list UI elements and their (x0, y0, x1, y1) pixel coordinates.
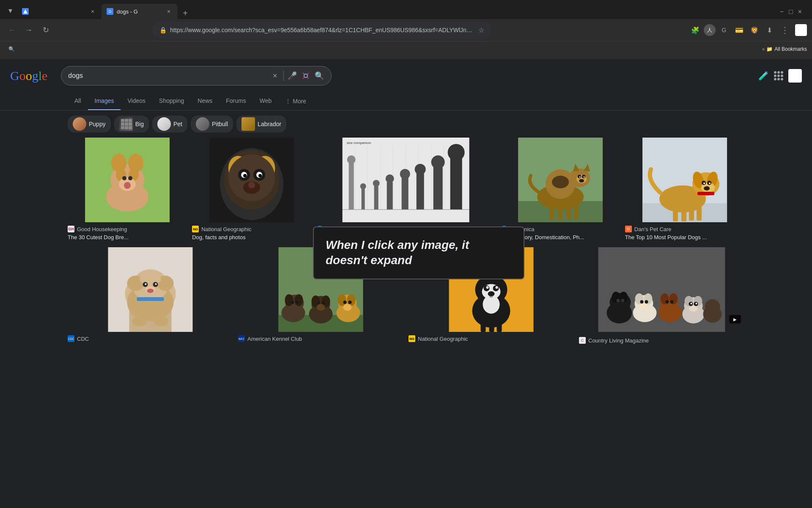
search-input[interactable] (68, 72, 266, 80)
source-name-8: National Geographic (418, 336, 468, 342)
voice-search-button[interactable]: 🎤 (287, 71, 297, 81)
tab-close-active[interactable]: × (165, 8, 173, 15)
forward-button[interactable]: → (22, 23, 36, 37)
image-title-2: Dog, facts and photos (192, 234, 311, 240)
favicon-goodhousekeeping: GH (68, 226, 74, 232)
apps-grid-icon[interactable] (774, 71, 783, 80)
image-source-1: GH Good Housekeeping (68, 226, 187, 232)
image-source-2: NG National Geographic (192, 226, 311, 232)
omnibar[interactable]: 🔒 https://www.google.com/search?sca_esv=… (153, 22, 491, 39)
brave-icon[interactable]: 🦁 (748, 23, 761, 37)
svg-text:size comparison: size comparison (347, 141, 371, 145)
svg-point-66 (583, 177, 584, 178)
tab-forums[interactable]: Forums (219, 92, 252, 110)
chip-pitbull[interactable]: Pitbull (191, 116, 233, 133)
svg-point-72 (552, 176, 569, 188)
account-avatar[interactable] (788, 69, 802, 83)
bookmarks-expand[interactable]: » (762, 46, 765, 52)
profile-icon-1[interactable]: 人 (704, 24, 716, 36)
svg-rect-50 (433, 167, 443, 210)
image-source-8: NG National Geographic (409, 335, 574, 342)
chip-puppy-thumb (73, 117, 86, 131)
tab-images[interactable]: Images (88, 92, 121, 110)
tab-list-dropdown[interactable]: ▾ (3, 4, 17, 17)
svg-rect-71 (574, 203, 578, 219)
image-card-9-wrapper: ▶ (579, 247, 744, 334)
maximize-button[interactable]: □ (789, 8, 793, 16)
tab-shopping[interactable]: Shopping (152, 92, 191, 110)
browser-chrome: ▾ × G dogs - G × + − □ × ← → ↻ 🔒 ht (0, 0, 812, 59)
svg-point-151 (621, 299, 625, 302)
image-title-5: The Top 10 Most Popular Dogs ... (625, 234, 744, 240)
image-card-4[interactable]: B Britannica Dog | History, Domesticatio… (501, 138, 620, 240)
source-name-6: CDC (77, 336, 89, 342)
tab-favicon (22, 8, 29, 15)
menu-icon[interactable]: ⋮ (778, 23, 792, 37)
svg-point-65 (579, 177, 580, 178)
image-card-2[interactable]: NG National Geographic Dog, facts and ph… (192, 138, 311, 240)
tab-more[interactable]: ⋮ More (278, 93, 313, 110)
image-source-9: C Country Living Magazine (579, 337, 744, 344)
image-card-3[interactable]: size comparison (316, 138, 495, 240)
chip-pet[interactable]: Pet (152, 116, 187, 133)
svg-point-175 (705, 299, 720, 314)
chip-pitbull-thumb (196, 117, 209, 131)
svg-point-171 (691, 303, 692, 304)
search-box-wrapper: × 🎤 🔍 (61, 66, 332, 86)
all-bookmarks[interactable]: 📁 All Bookmarks (766, 46, 807, 52)
favicon-countryliving: C (579, 337, 586, 344)
close-button[interactable]: × (798, 8, 802, 16)
svg-point-105 (132, 316, 148, 326)
profile-icon-2[interactable]: G (717, 23, 731, 37)
tab-web[interactable]: Web (253, 92, 279, 110)
omnibar-row: ← → ↻ 🔒 https://www.google.com/search?sc… (0, 19, 812, 41)
tab-close-inactive[interactable]: × (89, 8, 96, 15)
tab-news[interactable]: News (191, 92, 219, 110)
tab-videos[interactable]: Videos (121, 92, 152, 110)
chip-puppy[interactable]: Puppy (68, 116, 111, 133)
window-controls: − □ × (773, 8, 809, 19)
back-button[interactable]: ← (5, 23, 19, 37)
svg-point-121 (317, 304, 325, 311)
image-card-9[interactable]: ▶ C Country Living Magazine (579, 247, 744, 344)
search-box[interactable]: × 🎤 🔍 (61, 66, 332, 86)
labs-icon[interactable]: 🧪 (758, 71, 769, 81)
image-card-1[interactable]: GH Good Housekeeping The 30 Cutest Dog B… (68, 138, 187, 240)
svg-point-49 (415, 164, 426, 175)
download-icon[interactable]: ⬇ (763, 23, 776, 37)
svg-rect-70 (567, 203, 571, 219)
svg-point-18 (228, 155, 275, 201)
svg-point-24 (258, 174, 262, 177)
bookmark-search[interactable]: 🔍 (5, 44, 18, 54)
svg-rect-46 (402, 178, 409, 210)
refresh-button[interactable]: ↻ (39, 23, 52, 37)
chip-big[interactable]: Big (114, 116, 149, 133)
svg-point-39 (347, 155, 356, 164)
source-name-5: Dan's Pet Care (634, 226, 672, 232)
chip-labrador-thumb (241, 117, 255, 131)
minimize-button[interactable]: − (780, 8, 784, 16)
search-submit-button[interactable]: 🔍 (314, 71, 324, 81)
url-display: https://www.google.com/search?sca_esv=9e… (170, 27, 475, 33)
profile-avatar[interactable] (795, 24, 807, 36)
image-title-1: The 30 Cutest Dog Bre... (68, 234, 187, 240)
svg-point-97 (140, 273, 161, 285)
chip-pet-label: Pet (173, 121, 182, 127)
source-name-2: National Geographic (201, 226, 252, 232)
wallet-icon[interactable]: 💳 (732, 23, 746, 37)
clear-search-button[interactable]: × (270, 71, 280, 81)
svg-point-126 (343, 301, 347, 304)
chip-pitbull-label: Pitbull (212, 121, 228, 127)
svg-point-114 (296, 301, 299, 304)
tab-all[interactable]: All (68, 92, 88, 110)
image-card-5[interactable]: D Dan's Pet Care The Top 10 Most Popular… (625, 138, 744, 240)
lens-button[interactable] (301, 71, 311, 81)
tab-inactive[interactable]: × (17, 4, 102, 19)
tab-active[interactable]: G dogs - G × (102, 4, 178, 19)
bookmark-star-icon[interactable]: ☆ (478, 26, 484, 34)
new-tab-button[interactable]: + (179, 7, 191, 19)
svg-point-41 (360, 183, 366, 189)
chip-labrador[interactable]: Labrador (236, 116, 286, 133)
extensions-icon[interactable]: 🧩 (689, 23, 702, 37)
image-card-6[interactable]: CDC CDC (68, 247, 233, 344)
